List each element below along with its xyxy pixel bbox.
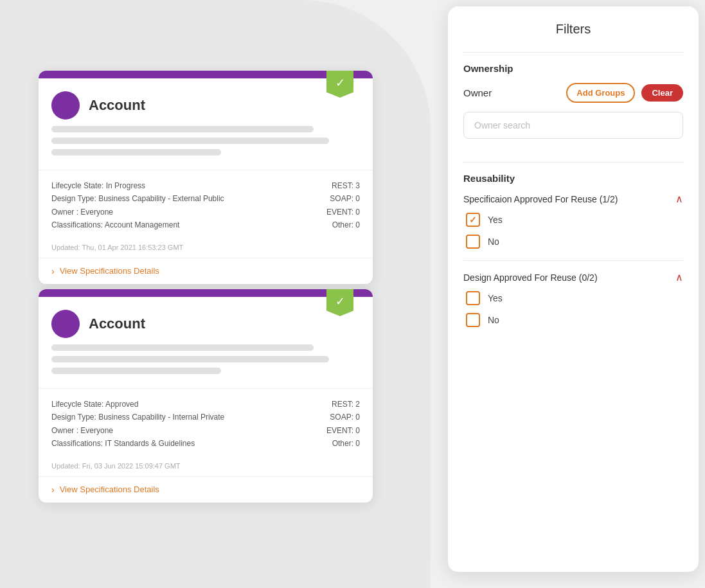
rest-count: REST: 2	[326, 398, 360, 411]
card-details: Lifecycle State: In Progress Design Type…	[39, 170, 373, 241]
spec-approved-header: Specificaion Approved For Reuse (1/2) ∧	[463, 193, 683, 205]
card-details-right: REST: 3 SOAP: 0 EVENT: 0 Other: 0	[326, 179, 360, 232]
add-groups-button[interactable]: Add Groups	[566, 83, 635, 103]
card-details: Lifecycle State: Approved Design Type: B…	[39, 388, 373, 459]
card-line	[51, 149, 221, 156]
design-no-label: No	[488, 315, 499, 325]
chevron-right-icon: ›	[51, 485, 55, 495]
reusability-section-title: Reusability	[463, 173, 683, 184]
chevron-right-icon: ›	[51, 266, 55, 276]
card-footer[interactable]: › View Specifications Details	[39, 258, 373, 284]
lifecycle-state: Lifecycle State: Approved	[51, 398, 326, 411]
collapse-icon-2[interactable]: ∧	[675, 271, 683, 283]
card-title: Account	[89, 316, 145, 332]
check-icon: ✓	[335, 76, 345, 90]
card-footer[interactable]: › View Specifications Details	[39, 476, 373, 503]
card-lines	[39, 344, 373, 388]
card-line	[51, 356, 329, 362]
clear-button[interactable]: Clear	[641, 84, 683, 102]
design-type: Design Type: Business Capability - Exter…	[51, 192, 326, 205]
design-approved-group: Design Approved For Reuse (0/2) ∧ Yes No	[463, 271, 683, 327]
card-lines	[39, 126, 373, 170]
design-no-option: No	[463, 313, 683, 327]
other-count: Other: 0	[326, 218, 360, 231]
spec-no-checkbox[interactable]	[466, 235, 480, 249]
soap-count: SOAP: 0	[326, 192, 360, 205]
spec-yes-label: Yes	[488, 215, 503, 225]
card-line	[51, 344, 314, 351]
card-details-left: Lifecycle State: Approved Design Type: B…	[51, 398, 326, 450]
spec-approved-label: Specificaion Approved For Reuse (1/2)	[463, 194, 618, 204]
design-yes-option: Yes	[463, 291, 683, 305]
spec-approved-group: Specificaion Approved For Reuse (1/2) ∧ …	[463, 193, 683, 249]
spec-yes-option: Yes	[463, 213, 683, 227]
avatar	[51, 310, 80, 338]
divider	[463, 162, 683, 163]
view-specs-link[interactable]: View Specifications Details	[60, 485, 159, 494]
owner-row: Owner Add Groups Clear	[463, 83, 683, 103]
divider	[463, 52, 683, 53]
filters-content: Filters Ownership Owner Add Groups Clear…	[448, 6, 699, 572]
card-line	[51, 138, 329, 144]
rest-count: REST: 3	[326, 179, 360, 192]
card-updated: Updated: Fri, 03 Jun 2022 15:09:47 GMT	[39, 459, 373, 476]
lifecycle-state: Lifecycle State: In Progress	[51, 179, 326, 192]
design-approved-header: Design Approved For Reuse (0/2) ∧	[463, 271, 683, 283]
classifications: Classifications: IT Standards & Guidelin…	[51, 437, 326, 450]
divider	[463, 260, 683, 261]
card-updated: Updated: Thu, 01 Apr 2021 16:53:23 GMT	[39, 241, 373, 258]
card-details-right: REST: 2 SOAP: 0 EVENT: 0 Other: 0	[326, 398, 360, 450]
card-title: Account	[89, 97, 145, 114]
avatar	[51, 91, 80, 120]
owner: Owner : Everyone	[51, 206, 326, 218]
design-yes-checkbox[interactable]	[466, 291, 480, 305]
spec-no-option: No	[463, 235, 683, 249]
card-badge: ✓	[326, 71, 353, 98]
card-2: ✓ Account Lifecycle State: Approved Desi…	[39, 289, 373, 515]
card-header: Account	[39, 297, 373, 344]
soap-count: SOAP: 0	[326, 411, 360, 423]
event-count: EVENT: 0	[326, 206, 360, 218]
other-count: Other: 0	[326, 437, 360, 450]
filters-title: Filters	[463, 22, 683, 37]
design-yes-label: Yes	[488, 293, 503, 303]
design-approved-label: Design Approved For Reuse (0/2)	[463, 272, 598, 283]
card-header: Account	[39, 78, 373, 126]
card-top-bar	[39, 289, 373, 297]
filters-panel: Filters Ownership Owner Add Groups Clear…	[448, 6, 699, 572]
owner: Owner : Everyone	[51, 424, 326, 437]
card-line	[51, 126, 314, 132]
owner-label: Owner	[463, 87, 492, 98]
card-details-left: Lifecycle State: In Progress Design Type…	[51, 179, 326, 232]
card-badge: ✓	[326, 289, 353, 316]
card-top-bar	[39, 71, 373, 78]
spec-no-label: No	[488, 236, 499, 247]
owner-buttons: Add Groups Clear	[566, 83, 683, 103]
spec-yes-checkbox[interactable]	[466, 213, 480, 227]
view-specs-link[interactable]: View Specifications Details	[60, 266, 159, 276]
collapse-icon[interactable]: ∧	[675, 193, 683, 205]
card-line	[51, 368, 221, 374]
check-icon: ✓	[335, 294, 345, 308]
design-type: Design Type: Business Capability - Inter…	[51, 411, 326, 423]
card-1: ✓ Account Lifecycle State: In Progress D…	[39, 71, 373, 297]
ownership-section-title: Ownership	[463, 63, 683, 74]
owner-search-input[interactable]	[463, 112, 683, 139]
classifications: Classifications: Account Management	[51, 218, 326, 231]
design-no-checkbox[interactable]	[466, 313, 480, 327]
event-count: EVENT: 0	[326, 424, 360, 437]
